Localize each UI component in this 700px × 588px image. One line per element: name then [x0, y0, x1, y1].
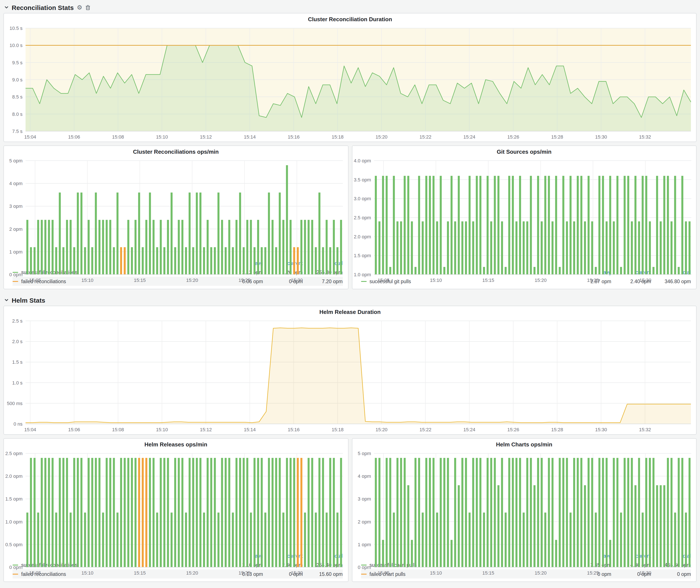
dashboard: Reconciliation Stats ⚙ Cluster Reconcili…: [0, 0, 700, 588]
svg-text:15:30: 15:30: [639, 570, 651, 576]
panel-title-cluster-reconciliation-duration[interactable]: Cluster Reconciliation Duration: [4, 13, 696, 25]
svg-text:15:30: 15:30: [291, 278, 303, 283]
panel-helm-releases-opm: Helm Releases ops/min 0 opm0.5 opm1.0 op…: [3, 438, 348, 582]
panel-title-helm-release-duration[interactable]: Helm Release Duration: [4, 306, 696, 317]
svg-text:500 ms: 500 ms: [7, 401, 23, 406]
panel-title-cluster-reconciliations-opm[interactable]: Cluster Reconciliations ops/min: [4, 146, 348, 157]
line-chart-svg: 0 ns500 ms1.0 s1.5 s2.0 s2.5 s15:0415:06…: [4, 317, 696, 434]
svg-text:2.0 s: 2.0 s: [12, 339, 23, 344]
section-header-reconciliation-stats[interactable]: Reconciliation Stats ⚙: [3, 2, 697, 13]
svg-text:2 opm: 2 opm: [358, 519, 371, 525]
svg-text:15:30: 15:30: [639, 278, 651, 283]
svg-text:15:28: 15:28: [551, 134, 563, 140]
svg-text:0.5 opm: 0.5 opm: [5, 542, 23, 547]
svg-text:15:10: 15:10: [156, 134, 168, 140]
svg-text:15:32: 15:32: [639, 427, 651, 432]
chart-cluster-reconciliations-opm: 0 opm1 opm2 opm3 opm4 opm5 opm15:0515:10…: [4, 157, 348, 258]
panel-row-2: Helm Releases ops/min 0 opm0.5 opm1.0 op…: [3, 438, 697, 582]
svg-text:4.0 opm: 4.0 opm: [354, 158, 371, 163]
svg-text:15:14: 15:14: [244, 427, 256, 432]
bar-chart-svg: 0 opm0.5 opm1.0 opm1.5 opm2.0 opm2.5 opm…: [4, 450, 348, 578]
panel-title-helm-charts-opm[interactable]: Helm Charts ops/min: [352, 439, 696, 450]
svg-text:3.5 opm: 3.5 opm: [354, 177, 371, 183]
svg-text:15:24: 15:24: [463, 427, 475, 432]
section-header-helm-stats[interactable]: Helm Stats: [3, 294, 697, 306]
svg-text:15:22: 15:22: [419, 134, 431, 140]
svg-text:5 opm: 5 opm: [358, 451, 371, 456]
svg-text:15:30: 15:30: [595, 427, 607, 432]
svg-text:1.0 s: 1.0 s: [12, 380, 23, 386]
panel-cluster-reconciliations-opm: Cluster Reconciliations ops/min 0 opm1 o…: [3, 145, 348, 289]
svg-text:1.5 opm: 1.5 opm: [354, 253, 371, 258]
svg-text:15:04: 15:04: [24, 427, 36, 432]
svg-text:2.0 opm: 2.0 opm: [5, 473, 23, 479]
panel-title-git-sources-opm[interactable]: Git Sources ops/min: [352, 146, 696, 157]
svg-text:1.5 s: 1.5 s: [12, 359, 23, 365]
svg-text:15:25: 15:25: [587, 570, 599, 576]
svg-text:15:18: 15:18: [332, 427, 344, 432]
svg-text:1.5 opm: 1.5 opm: [5, 496, 23, 502]
svg-text:15:05: 15:05: [377, 570, 389, 576]
svg-text:4 opm: 4 opm: [9, 181, 23, 186]
svg-text:0 ns: 0 ns: [13, 421, 23, 427]
svg-text:15:15: 15:15: [482, 278, 494, 283]
chart-helm-releases-opm: 0 opm0.5 opm1.0 opm1.5 opm2.0 opm2.5 opm…: [4, 450, 348, 550]
svg-text:9.5 s: 9.5 s: [12, 60, 23, 65]
panel-helm-charts-opm: Helm Charts ops/min 0 opm1 opm2 opm3 opm…: [352, 438, 697, 582]
svg-text:2.5 opm: 2.5 opm: [5, 451, 23, 456]
panel-row-1: Cluster Reconciliations ops/min 0 opm1 o…: [3, 145, 697, 289]
svg-text:15:08: 15:08: [112, 134, 124, 140]
chevron-down-icon[interactable]: [4, 5, 9, 10]
svg-text:1.0 opm: 1.0 opm: [5, 519, 23, 525]
panel-title-helm-releases-opm[interactable]: Helm Releases ops/min: [4, 439, 348, 450]
svg-text:15:25: 15:25: [239, 278, 250, 283]
svg-text:8.0 s: 8.0 s: [12, 111, 23, 117]
svg-text:2.5 s: 2.5 s: [12, 318, 23, 324]
svg-text:8.5 s: 8.5 s: [12, 94, 23, 100]
svg-text:15:20: 15:20: [534, 278, 546, 283]
svg-text:15:18: 15:18: [332, 134, 344, 140]
svg-text:15:16: 15:16: [288, 427, 300, 432]
svg-text:15:10: 15:10: [156, 427, 168, 432]
svg-text:10.0 s: 10.0 s: [10, 43, 23, 48]
svg-text:15:20: 15:20: [376, 427, 387, 432]
svg-text:15:06: 15:06: [68, 134, 80, 140]
svg-text:15:20: 15:20: [534, 570, 546, 576]
svg-text:1.0 opm: 1.0 opm: [354, 272, 371, 277]
svg-text:15:25: 15:25: [239, 570, 250, 576]
svg-text:15:20: 15:20: [186, 570, 198, 576]
svg-text:0 opm: 0 opm: [9, 565, 23, 570]
chart-helm-charts-opm: 0 opm1 opm2 opm3 opm4 opm5 opm15:0515:10…: [352, 450, 696, 550]
svg-text:15:05: 15:05: [377, 278, 389, 283]
svg-text:5 opm: 5 opm: [9, 158, 23, 163]
bar-chart-svg: 1.0 opm1.5 opm2.0 opm2.5 opm3.0 opm3.5 o…: [352, 157, 696, 285]
svg-text:0 opm: 0 opm: [9, 272, 23, 277]
svg-text:4 opm: 4 opm: [358, 473, 371, 479]
svg-text:7.5 s: 7.5 s: [12, 129, 23, 134]
chevron-down-icon[interactable]: [4, 298, 9, 302]
svg-text:3 opm: 3 opm: [358, 496, 371, 502]
chart-cluster-reconciliation-duration: 7.5 s8.0 s8.5 s9.0 s9.5 s10.0 s10.5 s15:…: [4, 25, 696, 142]
panel-helm-release-duration: Helm Release Duration 0 ns500 ms1.0 s1.5…: [3, 306, 697, 435]
svg-text:15:28: 15:28: [551, 427, 563, 432]
svg-text:3.0 opm: 3.0 opm: [354, 196, 371, 201]
svg-text:15:26: 15:26: [507, 134, 519, 140]
svg-text:15:10: 15:10: [81, 570, 93, 576]
svg-text:15:30: 15:30: [595, 134, 607, 140]
svg-text:15:06: 15:06: [68, 427, 80, 432]
line-chart-svg: 7.5 s8.0 s8.5 s9.0 s9.5 s10.0 s10.5 s15:…: [4, 25, 696, 142]
chart-helm-release-duration: 0 ns500 ms1.0 s1.5 s2.0 s2.5 s15:0415:06…: [4, 317, 696, 434]
svg-text:15:20: 15:20: [376, 134, 387, 140]
svg-text:15:12: 15:12: [200, 427, 212, 432]
trash-icon[interactable]: [85, 5, 90, 10]
svg-text:15:26: 15:26: [507, 427, 519, 432]
svg-text:15:15: 15:15: [134, 570, 146, 576]
gear-icon[interactable]: ⚙: [77, 4, 82, 10]
svg-text:0 opm: 0 opm: [358, 565, 371, 570]
svg-text:15:15: 15:15: [482, 570, 494, 576]
dashboard-scale-wrapper: Reconciliation Stats ⚙ Cluster Reconcili…: [0, 0, 700, 588]
svg-text:15:12: 15:12: [200, 134, 212, 140]
svg-text:15:10: 15:10: [430, 278, 442, 283]
bar-chart-svg: 0 opm1 opm2 opm3 opm4 opm5 opm15:0515:10…: [352, 450, 696, 578]
chart-git-sources-opm: 1.0 opm1.5 opm2.0 opm2.5 opm3.0 opm3.5 o…: [352, 157, 696, 267]
